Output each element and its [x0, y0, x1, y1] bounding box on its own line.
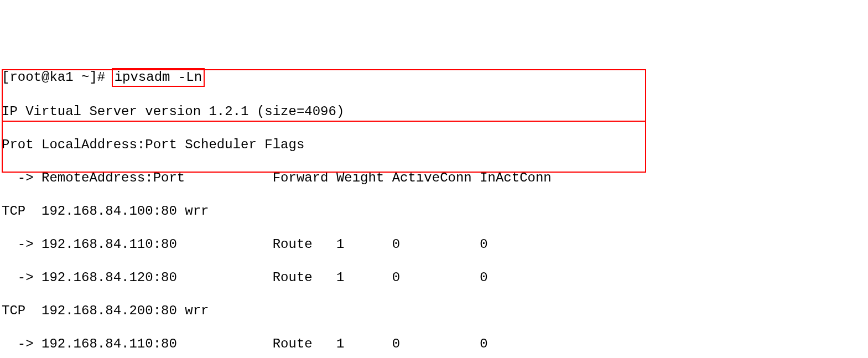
output-line: IP Virtual Server version 1.2.1 (size=40…	[2, 103, 866, 120]
output-line: -> RemoteAddress:Port Forward Weight Act…	[2, 170, 866, 186]
output-line: Prot LocalAddress:Port Scheduler Flags	[2, 137, 866, 153]
output-line: -> 192.168.84.120:80 Route 1 0 0	[2, 269, 866, 286]
output-line: -> 192.168.84.110:80 Route 1 0 0	[2, 236, 866, 253]
command-highlight: ipvsadm -Ln	[112, 68, 205, 87]
output-line: -> 192.168.84.110:80 Route 1 0 0	[2, 336, 866, 352]
output-line: TCP 192.168.84.100:80 wrr	[2, 203, 866, 220]
prompt: [root@ka1 ~]#	[2, 70, 113, 85]
terminal-output: [root@ka1 ~]# ipvsadm -Ln	[2, 68, 866, 87]
output-line: TCP 192.168.84.200:80 wrr	[2, 303, 866, 319]
